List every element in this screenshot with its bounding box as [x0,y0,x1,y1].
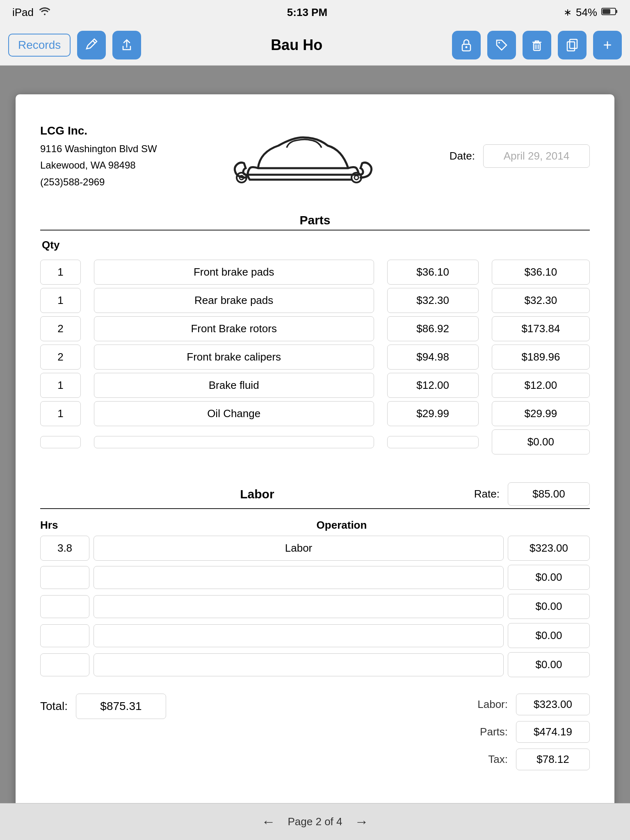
part-total-5[interactable]: $29.99 [492,401,590,426]
part-price-2[interactable]: $86.92 [387,316,479,341]
labor-hrs-1[interactable] [40,566,89,589]
part-desc-5[interactable]: Oil Change [94,401,374,426]
part-total-1[interactable]: $32.30 [492,288,590,313]
labor-total-3[interactable]: $0.00 [508,623,590,648]
bottom-bar: ← Page 2 of 4 → [0,803,630,840]
parts-section: Parts Qty 1 Front brake pads $36.10 $36.… [40,213,590,458]
part-price-6[interactable] [387,436,479,448]
labor-summary-value[interactable]: $323.00 [516,694,590,715]
labor-header-row: Labor Rate: $85.00 [40,482,590,506]
part-price-5[interactable]: $29.99 [387,401,479,426]
svg-rect-7 [567,42,575,51]
records-button[interactable]: Records [8,34,71,57]
next-page-button[interactable]: → [355,814,369,830]
status-bar-right: ∗ 54% [564,6,618,19]
labor-total-4[interactable]: $0.00 [508,652,590,677]
pen-button[interactable] [77,31,106,59]
part-desc-1[interactable]: Rear brake pads [94,288,374,313]
part-desc-3[interactable]: Front brake calipers [94,345,374,370]
qty-header: Qty [40,239,590,251]
company-phone: (253)588-2969 [40,174,157,191]
labor-hrs-3[interactable] [40,624,89,647]
part-qty-0[interactable]: 1 [40,260,81,285]
tax-summary-value[interactable]: $78.12 [516,749,590,770]
labor-op-3[interactable] [94,624,504,647]
total-left: Total: $875.31 [40,694,166,719]
part-desc-4[interactable]: Brake fluid [94,373,374,398]
labor-summary-label: Labor: [467,698,508,711]
part-total-3[interactable]: $189.96 [492,345,590,370]
part-qty-1[interactable]: 1 [40,288,81,313]
svg-rect-8 [570,39,577,48]
parts-summary-row: Parts: $474.19 [467,721,590,743]
total-label: Total: [40,700,68,713]
battery-label: 54% [576,6,597,19]
part-price-4[interactable]: $12.00 [387,373,479,398]
wifi-icon [39,6,51,19]
company-name: LCG Inc. [40,121,157,141]
prev-page-button[interactable]: ← [262,814,276,830]
rate-value[interactable]: $85.00 [508,482,590,506]
labor-op-1[interactable] [94,566,504,589]
status-bar-left: iPad [12,6,51,19]
parts-row: 1 Oil Change $29.99 $29.99 [40,401,590,426]
labor-op-4[interactable] [94,653,504,676]
labor-total-1[interactable]: $0.00 [508,565,590,590]
nav-left: Records [8,31,141,59]
part-total-4[interactable]: $12.00 [492,373,590,398]
labor-col-headers: Hrs Operation [40,519,590,532]
part-price-0[interactable]: $36.10 [387,260,479,285]
part-qty-3[interactable]: 2 [40,345,81,370]
rate-label: Rate: [474,488,500,500]
battery-icon [601,6,618,19]
nav-title: Bau Ho [271,37,322,54]
labor-hrs-2[interactable] [40,595,89,618]
part-price-3[interactable]: $94.98 [387,345,479,370]
share-button[interactable] [112,31,141,59]
part-qty-5[interactable]: 1 [40,401,81,426]
date-label: Date: [450,150,475,162]
part-price-1[interactable]: $32.30 [387,288,479,313]
svg-rect-1 [616,10,617,13]
labor-total-0[interactable]: $323.00 [508,536,590,561]
part-qty-2[interactable]: 2 [40,316,81,341]
labor-op-2[interactable] [94,595,504,618]
svg-point-4 [465,46,467,48]
total-value[interactable]: $875.31 [76,694,166,719]
part-total-2[interactable]: $173.84 [492,316,590,341]
part-qty-6[interactable] [40,436,81,448]
part-desc-6[interactable] [94,436,374,448]
parts-summary-value[interactable]: $474.19 [516,721,590,743]
hrs-header: Hrs [40,519,89,532]
add-button[interactable]: + [593,31,622,59]
part-desc-2[interactable]: Front Brake rotors [94,316,374,341]
doc-header: LCG Inc. 9116 Washington Blvd SW Lakewoo… [40,115,590,197]
labor-hrs-4[interactable] [40,653,89,676]
date-value[interactable]: April 29, 2014 [483,144,590,168]
labor-total-2[interactable]: $0.00 [508,594,590,619]
labor-op-0[interactable]: Labor [94,536,504,561]
parts-title: Parts [40,213,590,227]
parts-summary-label: Parts: [467,726,508,738]
tag-button[interactable] [487,31,516,59]
status-bar-time: 5:13 PM [287,6,327,19]
labor-row: $0.00 [40,623,590,648]
company-address1: 9116 Washington Blvd SW [40,141,157,158]
part-total-6[interactable]: $0.00 [492,429,590,454]
parts-row: 1 Rear brake pads $32.30 $32.30 [40,288,590,313]
svg-point-5 [498,42,500,43]
device-label: iPad [12,6,34,19]
company-address2: Lakewood, WA 98498 [40,157,157,174]
part-qty-4[interactable]: 1 [40,373,81,398]
tax-summary-label: Tax: [467,753,508,766]
trash-button[interactable] [523,31,551,59]
status-bar: iPad 5:13 PM ∗ 54% [0,0,630,25]
svg-point-12 [354,176,358,180]
labor-row: $0.00 [40,565,590,590]
part-desc-0[interactable]: Front brake pads [94,260,374,285]
part-total-0[interactable]: $36.10 [492,260,590,285]
parts-row: 2 Front brake calipers $94.98 $189.96 [40,345,590,370]
copy-button[interactable] [558,31,587,59]
labor-hrs-0[interactable]: 3.8 [40,536,89,561]
lock-button[interactable] [452,31,481,59]
